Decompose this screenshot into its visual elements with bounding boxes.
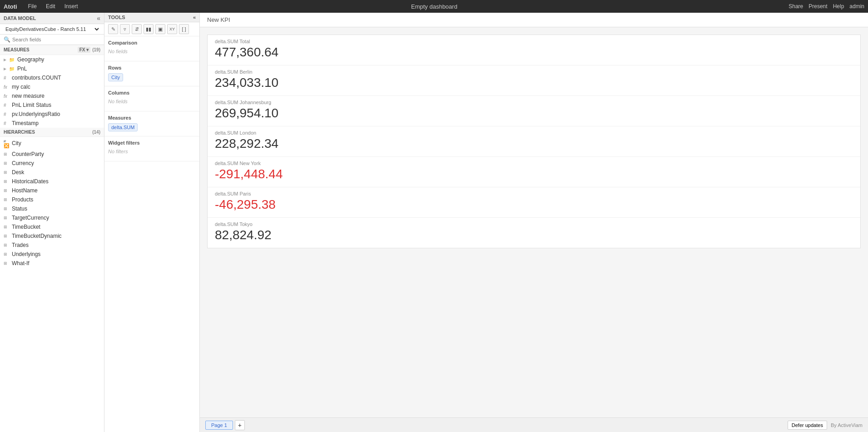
content-area: New KPI delta.SUM Total 477,360.64 delta… [200,13,868,432]
measures-field-chip[interactable]: delta.SUM [108,123,138,131]
menu-file[interactable]: File [26,2,39,10]
rows-content: City [108,73,196,82]
menu-edit[interactable]: Edit [44,2,57,10]
defer-updates-button[interactable]: Defer updates [788,421,827,430]
rows-field-chip[interactable]: City [108,73,123,81]
kpi-label-johannesburg: delta.SUM Johannesburg [215,100,853,105]
expand-arrow-geography: ▶ [4,58,6,62]
hierarchy-time-bucket-dynamic[interactable]: ⊞ TimeBucketDynamic [0,231,104,241]
cube-selector[interactable]: EquityDerivativesCube - Ranch 5.11 [0,24,104,35]
search-input[interactable] [12,37,100,42]
folder-icon-pnl: 📁 [9,66,15,71]
tool-bars[interactable]: ▮▮ [144,24,154,34]
comparison-label: Comparison [108,40,196,45]
comparison-no-fields: No fields [108,49,128,54]
tool-sort[interactable]: ⇵ [132,24,142,34]
tools-toolbar: ✎ ▿ ⇵ ▮▮ ▣ XY [ ] [104,22,199,36]
hierarchy-hostname[interactable]: ⊞ HostName [0,186,104,195]
tool-filter[interactable]: ▿ [120,24,130,34]
hierarchy-status[interactable]: ⊞ Status [0,204,104,213]
hierarchy-desk[interactable]: ⊞ Desk [0,168,104,177]
right-actions: Share Present Help admin [789,3,864,10]
main-layout: DATA MODEL « EquityDerivativesCube - Ran… [0,13,868,432]
hierarchy-icon-trades: ⊞ [4,243,10,247]
tool-pencil[interactable]: ✎ [108,24,118,34]
hierarchy-icon-hostname: ⊞ [4,188,10,193]
tool-xy[interactable]: XY [167,24,177,34]
measure-pnl[interactable]: ▶ 📁 PnL [0,64,104,73]
hierarchy-icon-what-if: ⊞ [4,261,10,266]
menu-insert[interactable]: Insert [63,2,80,10]
kpi-item-paris: delta.SUM Paris -46,295.38 [208,187,860,218]
kpi-value-london: 228,292.34 [215,136,853,151]
hierarchy-underlyings[interactable]: ⊞ Underlyings [0,250,104,259]
fx-button[interactable]: fx ▾ [78,47,91,53]
measures-tools-label: Measures [108,115,196,121]
hierarchy-icon-city: ⸙🔀 [4,138,10,148]
tools-header: TOOLS « [104,13,199,22]
hierarchy-icon-time-bucket-dynamic: ⊞ [4,234,10,238]
rows-label: Rows [108,65,196,70]
kpi-item-berlin: delta.SUM Berlin 234,033.10 [208,65,860,96]
kpi-value-paris: -46,295.38 [215,197,853,212]
measure-my-calc[interactable]: fx my calc [0,82,104,91]
hash-icon-contributors: # [4,75,10,80]
search-box: 🔍 [0,35,104,45]
measure-geography[interactable]: ▶ 📁 Geography [0,55,104,64]
measure-contributors-count[interactable]: # contributors.COUNT [0,73,104,82]
tool-bracket[interactable]: [ ] [179,24,189,34]
kpi-title: New KPI [200,13,868,27]
hierarchy-city[interactable]: ⸙🔀 City [0,137,104,150]
columns-section: Columns No fields [104,86,199,111]
hierarchy-trades[interactable]: ⊞ Trades [0,241,104,250]
bottom-bar: Page 1 + Defer updates By ActiveViam [200,417,868,432]
hierarchy-icon-currency: ⊞ [4,161,10,166]
hash-icon-pv: # [4,112,10,117]
hierarchy-historical-dates[interactable]: ⊞ HistoricalDates [0,177,104,186]
help-button[interactable]: Help [833,3,844,10]
hash-icon-timestamp: # [4,121,10,126]
add-page-button[interactable]: + [235,420,245,430]
admin-button[interactable]: admin [849,3,864,10]
kpi-group: delta.SUM Total 477,360.64 delta.SUM Ber… [207,35,861,248]
tools-panel: TOOLS « ✎ ▿ ⇵ ▮▮ ▣ XY [ ] Comparison No … [104,13,200,432]
hierarchy-icon-underlyings: ⊞ [4,252,10,256]
hierarchy-counterparty[interactable]: ⊞ CounterParty [0,150,104,159]
kpi-item-johannesburg: delta.SUM Johannesburg 269,954.10 [208,96,860,126]
measure-pv-underlyings[interactable]: # pv.UnderlyingsRatio [0,110,104,119]
kpi-label-berlin: delta.SUM Berlin [215,69,853,75]
kpi-item-london: delta.SUM London 228,292.34 [208,126,860,157]
widget-filters-content: No filters [108,148,196,157]
hierarchy-what-if[interactable]: ⊞ What-If [0,259,104,268]
kpi-value-total: 477,360.64 [215,45,853,60]
kpi-area: delta.SUM Total 477,360.64 delta.SUM Ber… [200,27,868,417]
present-button[interactable]: Present [808,3,827,10]
hierarchy-time-bucket[interactable]: ⊞ TimeBucket [0,222,104,231]
widget-filters-label: Widget filters [108,140,196,146]
widget-filters-no-filters: No filters [108,149,128,154]
hierarchy-products[interactable]: ⊞ Products [0,195,104,204]
app-name: Atoti [4,3,17,10]
page-tab-1[interactable]: Page 1 [205,421,233,430]
measure-timestamp[interactable]: # Timestamp [0,119,104,128]
measure-pnl-limit[interactable]: # PnL Limit Status [0,100,104,110]
top-nav: Atoti File Edit Insert Empty dashboard S… [0,0,868,13]
comparison-section: Comparison No fields [104,36,199,61]
kpi-item-total: delta.SUM Total 477,360.64 [208,35,860,65]
hierarchy-icon-time-bucket: ⊞ [4,225,10,229]
tool-grid[interactable]: ▣ [155,24,165,34]
hierarchy-icon-products: ⊞ [4,197,10,202]
kpi-label-new-york: delta.SUM New York [215,161,853,166]
comparison-content: No fields [108,48,196,57]
columns-no-fields: No fields [108,99,128,104]
cube-dropdown[interactable]: EquityDerivativesCube - Ranch 5.11 [4,26,100,32]
hierarchy-currency[interactable]: ⊞ Currency [0,159,104,168]
tools-collapse[interactable]: « [193,15,196,20]
measures-section: Measures delta.SUM [104,111,199,136]
hierarchies-header: HIERARCHIES (14) [0,128,104,137]
hierarchy-target-currency[interactable]: ⊞ TargetCurrency [0,213,104,222]
kpi-value-johannesburg: 269,954.10 [215,106,853,121]
data-model-collapse[interactable]: « [97,15,100,22]
measure-new-measure[interactable]: fx new measure [0,91,104,100]
share-button[interactable]: Share [789,3,803,10]
